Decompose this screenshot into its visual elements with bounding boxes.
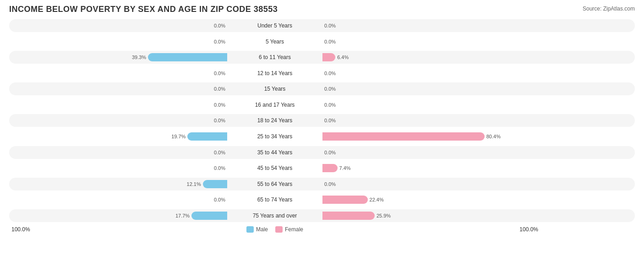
bar-left-side: 19.7%: [9, 132, 229, 141]
bar-row: 0.0%5 Years0.0%: [9, 35, 635, 48]
male-value: 12.1%: [185, 181, 201, 187]
chart-container: INCOME BELOW POVERTY BY SEX AND AGE IN Z…: [0, 0, 644, 256]
male-value: 0.0%: [209, 118, 225, 123]
legend-female-label: Female: [285, 226, 303, 233]
age-label: 5 Years: [229, 38, 321, 45]
age-label: 12 to 14 Years: [229, 70, 321, 76]
female-value: 0.0%: [324, 23, 340, 28]
female-value: 7.4%: [339, 165, 355, 171]
legend-female-box: [275, 226, 283, 233]
bar-left-side: 0.0%: [9, 85, 229, 93]
axis-right: 100.0%: [321, 226, 540, 233]
male-value: 19.7%: [169, 134, 186, 139]
bar-male: [187, 132, 227, 141]
bar-right-side: 7.4%: [321, 164, 540, 172]
male-value: 17.7%: [174, 213, 190, 218]
male-value: 0.0%: [209, 23, 225, 28]
bar-row: 0.0%65 to 74 Years22.4%: [9, 193, 635, 206]
female-value: 80.4%: [486, 134, 502, 139]
legend-male: Male: [246, 226, 268, 233]
bar-right-side: 80.4%: [321, 132, 540, 141]
bar-right-side: 0.0%: [321, 116, 540, 125]
legend-male-label: Male: [256, 226, 268, 233]
female-value: 22.4%: [370, 197, 386, 202]
female-value: 0.0%: [324, 102, 340, 108]
axis-row: 100.0% Male Female 100.0%: [9, 226, 635, 233]
bar-female: [322, 212, 375, 220]
male-value: 0.0%: [209, 197, 225, 202]
female-value: 25.9%: [377, 213, 393, 218]
bar-left-side: 0.0%: [9, 101, 229, 109]
male-value: 0.0%: [209, 39, 225, 44]
bar-female: [322, 53, 335, 61]
bar-right-side: 22.4%: [321, 196, 540, 204]
age-label: 16 and 17 Years: [229, 102, 321, 108]
legend-female: Female: [275, 226, 303, 233]
female-value: 6.4%: [337, 54, 353, 60]
bar-female: [322, 132, 485, 141]
female-value: 0.0%: [324, 150, 340, 155]
bar-row: 0.0%12 to 14 Years0.0%: [9, 67, 635, 80]
bar-male: [203, 180, 227, 188]
bar-row: 17.7%75 Years and over25.9%: [9, 209, 635, 222]
bar-left-side: 0.0%: [9, 69, 229, 77]
bar-row: 39.3%6 to 11 Years6.4%: [9, 51, 635, 64]
female-value: 0.0%: [324, 71, 340, 76]
bar-row: 0.0%35 to 44 Years0.0%: [9, 146, 635, 159]
bar-female: [322, 196, 368, 204]
female-value: 0.0%: [324, 181, 340, 187]
age-label: 45 to 54 Years: [229, 165, 321, 171]
bar-left-side: 39.3%: [9, 53, 229, 61]
age-label: 35 to 44 Years: [229, 149, 321, 156]
male-value: 39.3%: [130, 54, 146, 60]
chart-title: INCOME BELOW POVERTY BY SEX AND AGE IN Z…: [9, 5, 635, 14]
bar-row: 0.0%45 to 54 Years7.4%: [9, 162, 635, 174]
bars-area: 0.0%Under 5 Years0.0%0.0%5 Years0.0%39.3…: [9, 18, 635, 223]
age-label: 55 to 64 Years: [229, 181, 321, 187]
female-value: 0.0%: [324, 86, 340, 92]
age-label: 75 Years and over: [229, 212, 321, 219]
female-value: 0.0%: [324, 39, 340, 44]
bar-right-side: 0.0%: [321, 101, 540, 109]
source-text: Source: ZipAtlas.com: [583, 5, 635, 12]
bar-row: 0.0%18 to 24 Years0.0%: [9, 114, 635, 127]
bar-row: 0.0%16 and 17 Years0.0%: [9, 98, 635, 111]
bar-right-side: 0.0%: [321, 148, 540, 157]
bar-left-side: 0.0%: [9, 148, 229, 157]
bar-left-side: 0.0%: [9, 22, 229, 30]
male-value: 0.0%: [209, 165, 225, 171]
age-label: 6 to 11 Years: [229, 54, 321, 60]
male-value: 0.0%: [209, 150, 225, 155]
bar-right-side: 0.0%: [321, 85, 540, 93]
bar-right-side: 25.9%: [321, 212, 540, 220]
male-value: 0.0%: [209, 71, 225, 76]
bar-left-side: 0.0%: [9, 116, 229, 125]
bar-left-side: 12.1%: [9, 180, 229, 188]
male-value: 0.0%: [209, 102, 225, 108]
male-value: 0.0%: [209, 86, 225, 92]
age-label: 18 to 24 Years: [229, 117, 321, 124]
bar-left-side: 0.0%: [9, 196, 229, 204]
bar-right-side: 0.0%: [321, 180, 540, 188]
age-label: 15 Years: [229, 86, 321, 92]
legend-male-box: [246, 226, 254, 233]
bar-row: 12.1%55 to 64 Years0.0%: [9, 178, 635, 191]
bar-male: [148, 53, 227, 61]
bar-row: 0.0%15 Years0.0%: [9, 82, 635, 95]
bar-right-side: 0.0%: [321, 22, 540, 30]
bar-left-side: 17.7%: [9, 212, 229, 220]
bar-row: 0.0%Under 5 Years0.0%: [9, 19, 635, 32]
age-label: 65 to 74 Years: [229, 196, 321, 203]
bar-right-side: 6.4%: [321, 53, 540, 61]
bar-row: 19.7%25 to 34 Years80.4%: [9, 130, 635, 143]
legend: Male Female: [229, 226, 321, 233]
bar-left-side: 0.0%: [9, 38, 229, 46]
bar-right-side: 0.0%: [321, 38, 540, 46]
age-label: 25 to 34 Years: [229, 133, 321, 140]
age-label: Under 5 Years: [229, 22, 321, 29]
female-value: 0.0%: [324, 118, 340, 123]
axis-left: 100.0%: [9, 226, 229, 233]
bar-female: [322, 164, 338, 172]
bar-male: [191, 212, 227, 220]
bar-right-side: 0.0%: [321, 69, 540, 77]
